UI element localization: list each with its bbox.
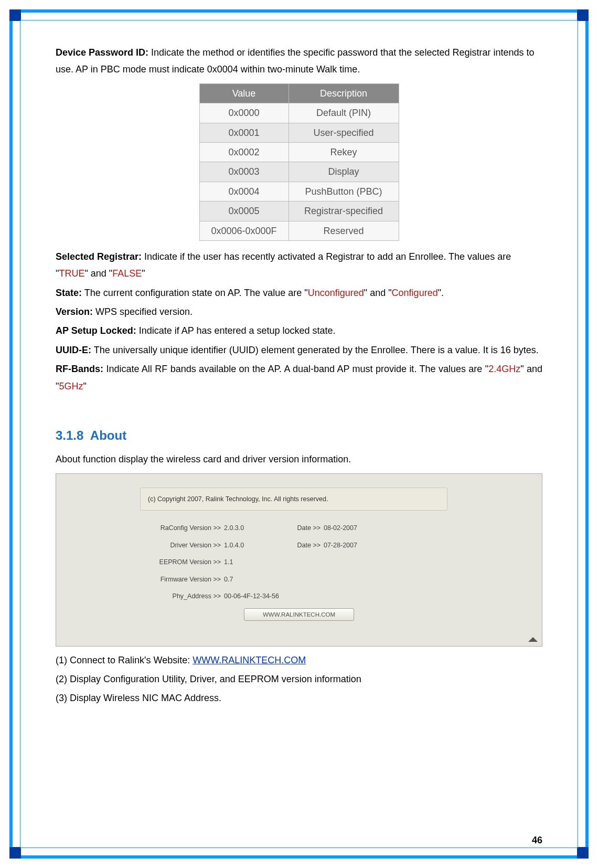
raconfig-version-value: 2.0.3.0 — [224, 522, 287, 534]
about-copyright: (c) Copyright 2007, Ralink Technology, I… — [140, 488, 447, 511]
corner-icon — [9, 9, 21, 21]
text: The universally unique identifier (UUID)… — [91, 345, 539, 355]
cell-value: 0x0002 — [199, 142, 289, 162]
text: " and " — [364, 288, 392, 298]
value-true: TRUE — [59, 268, 84, 279]
eeprom-version-label: EEPROM Version >> — [135, 556, 224, 568]
corner-icon — [577, 9, 589, 21]
cell-value: 0x0000 — [199, 103, 289, 123]
para-version: Version: WPS specified version. — [56, 303, 542, 320]
firmware-version-label: Firmware Version >> — [135, 574, 224, 586]
list-item: (2) Display Configuration Utility, Drive… — [56, 671, 542, 687]
about-description-list: (1) Connect to Ralink's Website: WWW.RAL… — [56, 652, 542, 707]
section-heading: 3.1.8 About — [56, 424, 542, 447]
driver-version-label: Driver Version >> — [135, 539, 224, 552]
phy-address-value: 00-06-4F-12-34-56 — [224, 590, 287, 602]
text: The current configuration state on AP. T… — [82, 288, 308, 298]
phy-address-label: Phy_Address >> — [135, 590, 224, 602]
label: RF-Bands: — [56, 364, 103, 374]
cell-value: 0x0005 — [199, 202, 289, 221]
section-intro: About function display the wireless card… — [56, 451, 542, 468]
table-row: 0x0004PushButton (PBC) — [199, 182, 399, 201]
label: Selected Registrar: — [56, 251, 142, 262]
label: Device Password ID: — [56, 47, 148, 58]
text: " — [83, 381, 86, 391]
para-device-password-id: Device Password ID: Indicate the method … — [56, 44, 542, 78]
ralink-link[interactable]: WWW.RALINKTECH.COM — [193, 655, 306, 665]
table-row: 0x0001User-specified — [199, 123, 399, 142]
table-row: 0x0000Default (PIN) — [199, 103, 399, 123]
text: WPS specified version. — [93, 306, 193, 317]
text: " — [142, 268, 145, 279]
para-selected-registrar: Selected Registrar: Indicate if the user… — [56, 248, 542, 282]
label: State: — [56, 288, 82, 298]
text: " and " — [84, 268, 112, 279]
para-uuid-e: UUID-E: The universally unique identifie… — [56, 342, 542, 358]
driver-version-value: 1.0.4.0 — [224, 539, 287, 552]
page-number: 46 — [532, 835, 542, 846]
cell-desc: Reserved — [289, 221, 399, 240]
text: Indicate All RF bands available on the A… — [103, 364, 488, 374]
cell-desc: User-specified — [289, 123, 399, 142]
raconfig-date-label: Date >> — [287, 522, 324, 534]
triangle-up-icon[interactable] — [528, 637, 538, 642]
ralink-website-button[interactable]: WWW.RALINKTECH.COM — [244, 608, 354, 621]
cell-value: 0x0006-0x000F — [199, 221, 289, 240]
value-24ghz: 2.4GHz — [488, 364, 520, 374]
label: UUID-E: — [56, 345, 91, 355]
cell-desc: Registrar-specified — [289, 202, 399, 221]
text: (1) Connect to Ralink's Website: — [56, 655, 193, 665]
raconfig-date-value: 08-02-2007 — [324, 522, 387, 534]
cell-desc: PushButton (PBC) — [289, 182, 399, 201]
value-5ghz: 5GHz — [59, 381, 83, 391]
table-row: 0x0005Registrar-specified — [199, 202, 399, 221]
cell-value: 0x0003 — [199, 162, 289, 182]
col-header-value: Value — [199, 83, 289, 103]
value-description-table: Value Description 0x0000Default (PIN) 0x… — [199, 83, 399, 241]
list-item: (3) Display Wireless NIC MAC Address. — [56, 690, 542, 706]
raconfig-version-label: RaConfig Version >> — [135, 522, 224, 534]
cell-value: 0x0004 — [199, 182, 289, 201]
corner-icon — [9, 847, 21, 859]
label: Version: — [56, 306, 93, 317]
para-ap-setup-locked: AP Setup Locked: Indicate if AP has ente… — [56, 322, 542, 339]
cell-desc: Default (PIN) — [289, 103, 399, 123]
cell-desc: Rekey — [289, 142, 399, 162]
value-unconfigured: Unconfigured — [308, 288, 364, 298]
table-row: 0x0006-0x000FReserved — [199, 221, 399, 240]
para-state: State: The current configuration state o… — [56, 284, 542, 301]
value-configured: Configured — [392, 288, 438, 298]
about-panel: (c) Copyright 2007, Ralink Technology, I… — [56, 473, 542, 647]
list-item: (1) Connect to Ralink's Website: WWW.RAL… — [56, 652, 542, 669]
driver-date-label: Date >> — [287, 539, 324, 552]
col-header-description: Description — [289, 83, 399, 103]
para-rf-bands: RF-Bands: Indicate All RF bands availabl… — [56, 361, 542, 395]
table-row: 0x0002Rekey — [199, 142, 399, 162]
cell-desc: Display — [289, 162, 399, 182]
section-title: About — [90, 428, 126, 442]
text: ". — [438, 288, 444, 298]
corner-icon — [577, 847, 589, 859]
firmware-version-value: 0.7 — [224, 574, 287, 586]
eeprom-version-value: 1.1 — [224, 556, 287, 568]
label: AP Setup Locked: — [56, 325, 136, 336]
cell-value: 0x0001 — [199, 123, 289, 142]
table-row: 0x0003Display — [199, 162, 399, 182]
section-number: 3.1.8 — [56, 428, 83, 442]
value-false: FALSE — [112, 268, 142, 279]
about-info-grid: RaConfig Version >> 2.0.3.0 Date >> 08-0… — [135, 522, 447, 602]
text: Indicate if AP has entered a setup locke… — [136, 325, 336, 336]
driver-date-value: 07-28-2007 — [324, 539, 387, 552]
